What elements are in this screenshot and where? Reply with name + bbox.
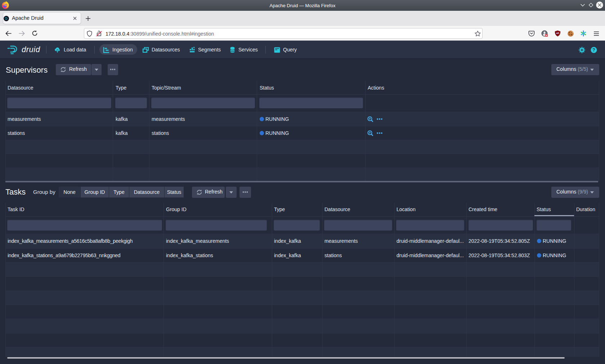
svg-text:uO: uO [556,32,559,34]
svg-text:?: ? [592,47,595,53]
